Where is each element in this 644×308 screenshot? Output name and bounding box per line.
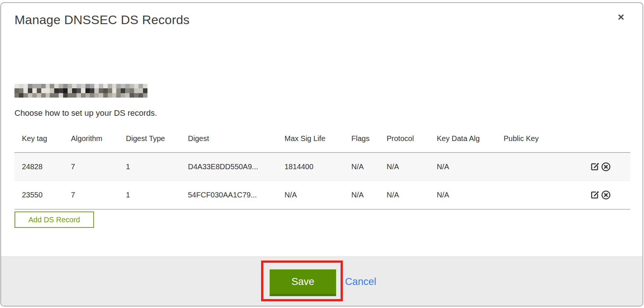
edit-icon[interactable]: [590, 190, 600, 200]
close-icon[interactable]: ×: [614, 10, 628, 24]
cell-digest: D4A33E8DD550A9...: [180, 163, 277, 171]
col-header-max-sig-life: Max Sig Life: [277, 134, 344, 143]
redacted-domain-name: [14, 84, 147, 98]
cell-digest-type: 1: [118, 163, 180, 171]
cell-key-tag: 24828: [14, 163, 64, 171]
edit-icon[interactable]: [590, 162, 600, 172]
cell-key-tag: 23550: [14, 191, 64, 199]
dialog-footer: Save Cancel: [1, 256, 643, 306]
page-title: Manage DNSSEC DS Records: [14, 13, 190, 27]
cell-protocol: N/A: [379, 163, 429, 171]
col-header-key-data-alg: Key Data Alg: [429, 134, 496, 143]
cell-digest-type: 1: [118, 191, 180, 199]
col-header-digest-type: Digest Type: [118, 134, 180, 143]
save-button[interactable]: Save: [270, 269, 336, 296]
col-header-protocol: Protocol: [379, 134, 429, 143]
instruction-text: Choose how to set up your DS records.: [14, 108, 157, 118]
col-header-algorithm: Algorithm: [64, 134, 118, 143]
col-header-public-key: Public Key: [496, 134, 563, 143]
col-header-flags: Flags: [344, 134, 379, 143]
table-header-row: Key tag Algorithm Digest Type Digest Max…: [14, 125, 630, 152]
cell-key-data-alg: N/A: [429, 163, 496, 171]
cell-protocol: N/A: [379, 191, 429, 199]
delete-icon[interactable]: [601, 162, 611, 172]
cell-max-sig-life: 1814400: [277, 163, 344, 171]
cell-algorithm: 7: [64, 191, 118, 199]
table-row: 24828 7 1 D4A33E8DD550A9... 1814400 N/A …: [14, 152, 630, 180]
table-row: 23550 7 1 54FCF030AA1C79... N/A N/A N/A …: [14, 180, 630, 210]
col-header-digest: Digest: [180, 134, 277, 143]
cell-flags: N/A: [344, 163, 379, 171]
cell-digest: 54FCF030AA1C79...: [180, 191, 277, 199]
manage-dnssec-dialog: Manage DNSSEC DS Records × Choose how to…: [0, 2, 643, 307]
cell-algorithm: 7: [64, 163, 118, 171]
cell-flags: N/A: [344, 191, 379, 199]
row-actions: [563, 190, 630, 200]
ds-records-table: Key tag Algorithm Digest Type Digest Max…: [14, 125, 630, 210]
cell-max-sig-life: N/A: [277, 191, 344, 199]
cancel-link[interactable]: Cancel: [345, 276, 376, 288]
cell-key-data-alg: N/A: [429, 191, 496, 199]
delete-icon[interactable]: [601, 190, 611, 200]
row-actions: [563, 162, 630, 172]
add-ds-record-button[interactable]: Add DS Record: [14, 212, 94, 228]
col-header-key-tag: Key tag: [14, 134, 64, 143]
